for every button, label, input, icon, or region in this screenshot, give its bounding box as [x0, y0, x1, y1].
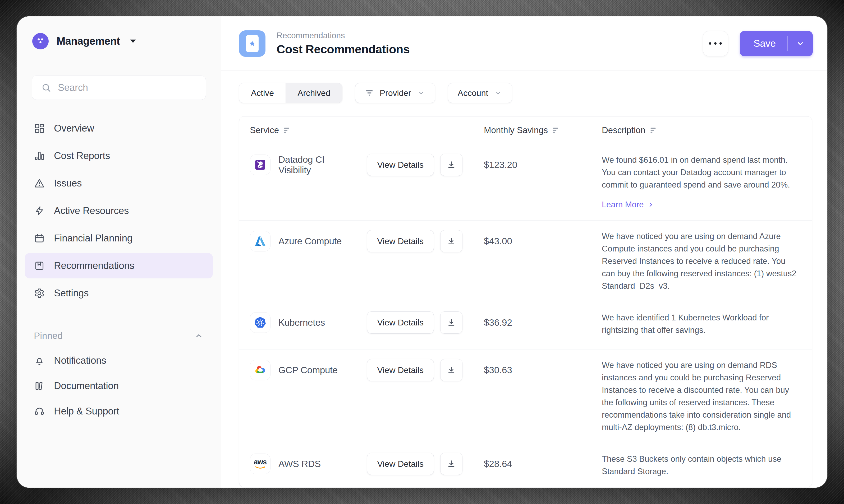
- table-row: Datadog CI Visibility View Details $123.…: [239, 144, 812, 220]
- page-header: Recommendations Cost Recommendations Sav…: [221, 16, 827, 71]
- gear-icon: [34, 288, 45, 299]
- download-button[interactable]: [440, 311, 463, 334]
- page-title: Cost Recommendations: [277, 42, 410, 56]
- workspace-switcher[interactable]: Management: [17, 16, 221, 66]
- service-name: Datadog CI Visibility: [278, 154, 359, 175]
- column-label: Monthly Savings: [484, 125, 548, 135]
- download-button[interactable]: [440, 453, 463, 475]
- chevron-up-icon[interactable]: [194, 331, 204, 341]
- calendar-icon: [34, 233, 45, 244]
- gcp-icon: [250, 360, 271, 380]
- sort-icon[interactable]: [284, 127, 291, 134]
- savings-value: $30.63: [484, 359, 580, 381]
- column-header-savings[interactable]: Monthly Savings: [473, 116, 591, 144]
- sidebar-item-label: Overview: [54, 123, 94, 134]
- view-details-button[interactable]: View Details: [367, 154, 434, 176]
- provider-filter-label: Provider: [380, 88, 411, 98]
- workspace-name: Management: [56, 35, 120, 47]
- download-icon: [447, 160, 456, 169]
- sidebar-item-label: Documentation: [54, 380, 119, 392]
- description-text: We have noticed you are using on demand …: [602, 361, 791, 432]
- kubernetes-icon: [250, 312, 271, 333]
- sidebar-item-help-support[interactable]: Help & Support: [25, 399, 213, 424]
- download-button[interactable]: [440, 359, 463, 381]
- provider-filter[interactable]: Provider: [355, 83, 435, 103]
- search-input[interactable]: [58, 82, 197, 93]
- pinned-label: Pinned: [34, 330, 63, 341]
- sort-icon[interactable]: [650, 127, 657, 134]
- page-star-icon: [239, 30, 265, 57]
- view-details-button[interactable]: View Details: [367, 230, 434, 252]
- lightning-icon: [34, 205, 45, 216]
- search-icon: [41, 83, 52, 93]
- service-name: AWS RDS: [278, 458, 321, 469]
- column-label: Description: [602, 125, 645, 135]
- sidebar-item-recommendations[interactable]: Recommendations: [25, 253, 213, 278]
- sidebar-item-cost-reports[interactable]: Cost Reports: [25, 143, 213, 168]
- chevron-down-icon: [494, 89, 502, 97]
- row-actions: View Details: [367, 154, 463, 176]
- chevron-down-icon: [417, 89, 426, 97]
- sort-icon[interactable]: [553, 127, 559, 134]
- sidebar-item-overview[interactable]: Overview: [25, 116, 213, 141]
- sidebar-item-notifications[interactable]: Notifications: [25, 348, 213, 373]
- tab-archived[interactable]: Archived: [286, 83, 342, 103]
- description-cell: These S3 Buckets only contain objects wh…: [591, 443, 812, 487]
- sidebar-item-financial-planning[interactable]: Financial Planning: [25, 226, 213, 251]
- savings-cell: $43.00: [473, 220, 591, 302]
- caret-down-icon: [130, 39, 136, 43]
- grid-icon: [34, 123, 45, 134]
- download-icon: [447, 318, 456, 327]
- description-cell: We have identified 1 Kubernetes Workload…: [591, 302, 812, 349]
- table-header: Service Monthly Savings Description: [239, 116, 812, 144]
- breadcrumb: Recommendations: [277, 31, 410, 40]
- save-dropdown-button[interactable]: [788, 31, 813, 56]
- sidebar-item-settings[interactable]: Settings: [25, 281, 213, 306]
- sidebar-item-active-resources[interactable]: Active Resources: [25, 198, 213, 223]
- account-filter-label: Account: [458, 88, 488, 98]
- learn-more-link[interactable]: Learn More: [602, 198, 654, 211]
- sidebar-item-documentation[interactable]: Documentation: [25, 373, 213, 399]
- more-button[interactable]: [703, 31, 728, 56]
- search-box[interactable]: [32, 75, 206, 100]
- savings-value: $36.92: [484, 311, 580, 334]
- tab-active[interactable]: Active: [239, 83, 286, 103]
- service-cell: Kubernetes View Details: [239, 302, 473, 343]
- download-icon: [447, 236, 456, 246]
- search-area: [17, 66, 221, 104]
- save-split-button[interactable]: Save: [740, 31, 813, 56]
- sidebar-item-issues[interactable]: Issues: [25, 170, 213, 196]
- azure-icon: [250, 231, 271, 251]
- savings-value: $43.00: [484, 230, 580, 252]
- description-text: We have identified 1 Kubernetes Workload…: [602, 313, 769, 335]
- service-cell: GCP Compute View Details: [239, 349, 473, 391]
- save-button[interactable]: Save: [740, 38, 788, 49]
- pinned-header[interactable]: Pinned: [25, 330, 213, 341]
- savings-value: $28.64: [484, 453, 580, 475]
- download-button[interactable]: [440, 154, 463, 176]
- account-filter[interactable]: Account: [448, 83, 513, 103]
- download-button[interactable]: [440, 230, 463, 252]
- table-row: aws AWS RDS View Details $28.64 These S3: [239, 443, 812, 487]
- filter-toolbar: Active Archived Provider Account: [221, 71, 827, 103]
- view-details-button[interactable]: View Details: [367, 453, 434, 475]
- service-name: GCP Compute: [278, 365, 338, 375]
- main-content: Recommendations Cost Recommendations Sav…: [221, 16, 827, 488]
- sidebar-item-label: Active Resources: [54, 205, 129, 216]
- column-header-service[interactable]: Service: [239, 116, 473, 144]
- sidebar: Management Overview Cost Reports: [17, 16, 221, 488]
- view-details-button[interactable]: View Details: [367, 359, 434, 381]
- tab-active-label: Active: [251, 88, 274, 98]
- page-titles: Recommendations Cost Recommendations: [277, 31, 410, 56]
- description-cell: We found $616.01 in on demand spend last…: [591, 144, 812, 220]
- column-header-description[interactable]: Description: [591, 116, 812, 144]
- pinned-section: Pinned Notifications Documentation Help …: [17, 320, 221, 424]
- bookmark-icon: [34, 260, 45, 271]
- sidebar-item-label: Financial Planning: [54, 233, 133, 244]
- view-details-button[interactable]: View Details: [367, 311, 434, 334]
- savings-cell: $36.92: [473, 302, 591, 349]
- sidebar-item-label: Settings: [54, 288, 89, 299]
- table-row: Kubernetes View Details $36.92 We have i…: [239, 302, 812, 349]
- column-label: Service: [250, 125, 279, 135]
- service-cell: aws AWS RDS View Details: [239, 443, 473, 484]
